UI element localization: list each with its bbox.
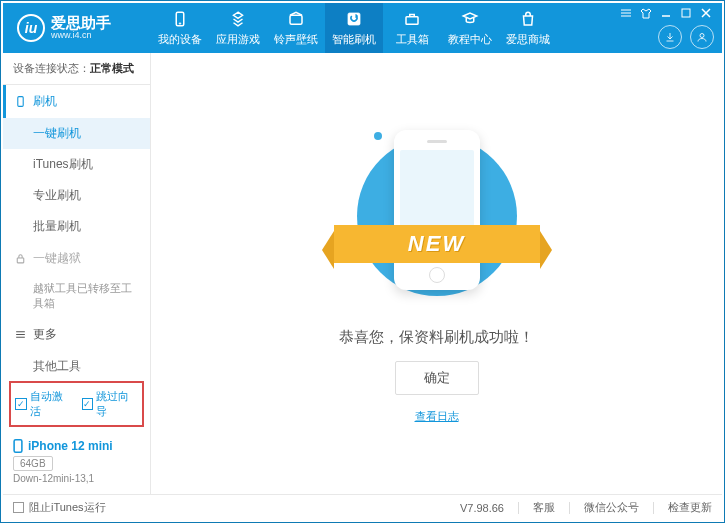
sidebar-group-flash[interactable]: 刷机 — [3, 85, 150, 118]
success-message: 恭喜您，保资料刷机成功啦！ — [339, 328, 534, 347]
confirm-button[interactable]: 确定 — [395, 361, 479, 395]
flash-options-box: ✓ 自动激活 ✓ 跳过向导 — [9, 381, 144, 427]
nav-label: 应用游戏 — [216, 32, 260, 47]
ringtone-icon — [286, 9, 306, 29]
maximize-button[interactable] — [678, 5, 694, 21]
check-icon: ✓ — [82, 398, 94, 410]
connection-status: 设备连接状态：正常模式 — [3, 53, 150, 85]
group-title: 更多 — [33, 326, 57, 343]
svg-rect-3 — [348, 13, 360, 25]
main-nav: 我的设备 应用游戏 铃声壁纸 智能刷机 工具箱 教程中心 — [151, 3, 618, 53]
nav-tutorial[interactable]: 教程中心 — [441, 3, 499, 53]
group-title: 一键越狱 — [33, 250, 81, 267]
sidebar-item-batch-flash[interactable]: 批量刷机 — [3, 211, 150, 242]
close-button[interactable] — [698, 5, 714, 21]
nav-label: 智能刷机 — [332, 32, 376, 47]
check-icon: ✓ — [15, 398, 27, 410]
nav-toolbox[interactable]: 工具箱 — [383, 3, 441, 53]
ribbon-text: NEW — [408, 231, 465, 257]
nav-smart-flash[interactable]: 智能刷机 — [325, 3, 383, 53]
nav-my-device[interactable]: 我的设备 — [151, 3, 209, 53]
sidebar-item-itunes-flash[interactable]: iTunes刷机 — [3, 149, 150, 180]
svg-point-1 — [179, 23, 181, 25]
menu-icon[interactable] — [618, 5, 634, 21]
nav-label: 工具箱 — [396, 32, 429, 47]
tutorial-icon — [460, 9, 480, 29]
device-firmware: Down-12mini-13,1 — [13, 473, 140, 484]
more-icon — [13, 327, 27, 341]
checkbox-block-itunes[interactable]: 阻止iTunes运行 — [13, 500, 106, 515]
svg-rect-7 — [17, 97, 22, 107]
wechat-link[interactable]: 微信公众号 — [584, 500, 639, 515]
nav-apps[interactable]: 应用游戏 — [209, 3, 267, 53]
svg-rect-5 — [682, 9, 690, 17]
skin-icon[interactable] — [638, 5, 654, 21]
svg-point-6 — [700, 34, 704, 38]
app-title: 爱思助手 — [51, 15, 111, 32]
nav-label: 铃声壁纸 — [274, 32, 318, 47]
svg-rect-8 — [17, 258, 24, 263]
nav-ringtone[interactable]: 铃声壁纸 — [267, 3, 325, 53]
connected-device[interactable]: iPhone 12 mini 64GB Down-12mini-13,1 — [3, 433, 150, 494]
device-name: iPhone 12 mini — [28, 439, 113, 453]
apps-icon — [228, 9, 248, 29]
sidebar: 设备连接状态：正常模式 刷机 一键刷机 iTunes刷机 专业刷机 批量刷机 一… — [3, 53, 151, 494]
svg-rect-2 — [290, 15, 302, 24]
device-icon — [13, 439, 23, 453]
group-title: 刷机 — [33, 93, 57, 110]
device-storage: 64GB — [13, 456, 53, 471]
phone-icon — [13, 95, 27, 109]
download-manager-button[interactable] — [658, 25, 682, 49]
statusbar: 阻止iTunes运行 V7.98.66 客服 微信公众号 检查更新 — [3, 494, 722, 520]
version-label: V7.98.66 — [460, 502, 504, 514]
jailbreak-note: 越狱工具已转移至工具箱 — [3, 275, 150, 318]
view-log-link[interactable]: 查看日志 — [415, 409, 459, 424]
checkbox-skip-guide[interactable]: ✓ 跳过向导 — [82, 389, 139, 419]
titlebar: iu 爱思助手 www.i4.cn 我的设备 应用游戏 铃声壁纸 智能刷机 — [3, 3, 722, 53]
sidebar-group-jailbreak[interactable]: 一键越狱 — [3, 242, 150, 275]
lock-icon — [13, 252, 27, 266]
store-icon — [518, 9, 538, 29]
support-link[interactable]: 客服 — [533, 500, 555, 515]
check-update-link[interactable]: 检查更新 — [668, 500, 712, 515]
main-content: NEW 恭喜您，保资料刷机成功啦！ 确定 查看日志 — [151, 53, 722, 494]
logo-icon: iu — [17, 14, 45, 42]
toolbox-icon — [402, 9, 422, 29]
svg-rect-4 — [406, 17, 418, 25]
sidebar-item-pro-flash[interactable]: 专业刷机 — [3, 180, 150, 211]
app-logo: iu 爱思助手 www.i4.cn — [3, 14, 151, 42]
nav-label: 我的设备 — [158, 32, 202, 47]
nav-store[interactable]: 爱思商城 — [499, 3, 557, 53]
flash-icon — [344, 9, 364, 29]
user-account-button[interactable] — [690, 25, 714, 49]
success-illustration: NEW — [352, 124, 522, 314]
device-icon — [170, 9, 190, 29]
nav-label: 教程中心 — [448, 32, 492, 47]
minimize-button[interactable] — [658, 5, 674, 21]
svg-rect-9 — [14, 440, 22, 452]
checkbox-auto-activate[interactable]: ✓ 自动激活 — [15, 389, 72, 419]
sidebar-group-more[interactable]: 更多 — [3, 318, 150, 351]
sidebar-item-oneclick-flash[interactable]: 一键刷机 — [3, 118, 150, 149]
checkbox-icon — [13, 502, 24, 513]
app-url: www.i4.cn — [51, 31, 111, 41]
sidebar-item-other-tools[interactable]: 其他工具 — [3, 351, 150, 375]
nav-label: 爱思商城 — [506, 32, 550, 47]
